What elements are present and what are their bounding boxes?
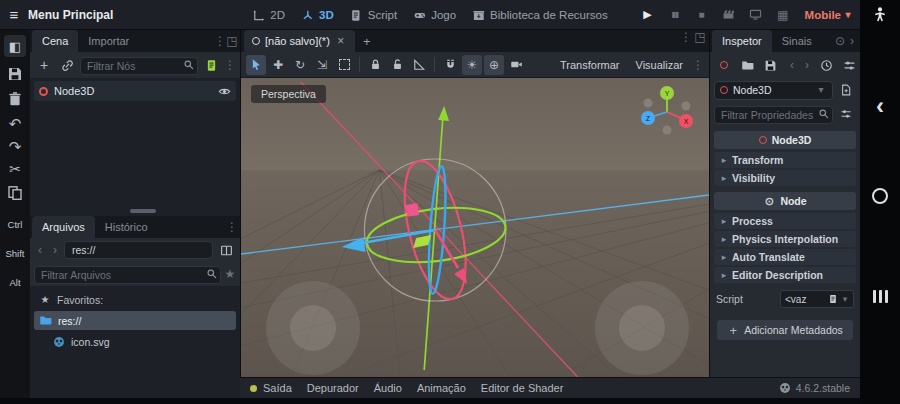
transform-menu[interactable]: Transformar: [553, 59, 627, 71]
tab-import[interactable]: Importar: [78, 30, 139, 52]
current-path-display[interactable]: res://: [64, 241, 213, 259]
movie-mode-button[interactable]: [719, 5, 739, 25]
undo-icon[interactable]: ↶: [9, 116, 22, 130]
ctrl-key-button[interactable]: Ctrl: [8, 219, 23, 230]
section-physics-interpolation[interactable]: ▸ Physics Interpolation: [714, 231, 856, 247]
axis-ball-negative[interactable]: [644, 99, 653, 108]
section-visibility[interactable]: ▸ Visibility: [714, 170, 856, 186]
dock-menu-icon[interactable]: ⋮: [214, 34, 226, 48]
tab-node-icon[interactable]: ⊙: [834, 34, 846, 48]
favorites-filter-icon[interactable]: ★: [224, 267, 236, 281]
scene-tab-unsaved[interactable]: [não salvo](*) ×: [244, 30, 355, 52]
scene-tree-node3d-row[interactable]: Node3D: [34, 81, 236, 101]
favorites-header[interactable]: ★ Favoritos:: [34, 290, 236, 309]
open-docs-button[interactable]: [836, 80, 856, 100]
save-resource-button[interactable]: [760, 55, 780, 75]
dock-float-icon[interactable]: ◳: [226, 34, 238, 48]
copy-icon[interactable]: [7, 185, 23, 201]
tab-scene[interactable]: Cena: [32, 30, 78, 52]
section-process[interactable]: ▸ Process: [714, 213, 856, 229]
trash-icon[interactable]: [7, 91, 23, 107]
panel-audio-button[interactable]: Áudio: [374, 382, 402, 394]
shift-key-button[interactable]: Shift: [5, 248, 24, 259]
filesystem-menu-icon[interactable]: ⋮: [226, 220, 238, 234]
right-joystick[interactable]: [595, 281, 689, 375]
tab-files[interactable]: Arquivos: [32, 216, 95, 238]
scene-tabs-menu-icon[interactable]: ⋮: [680, 30, 692, 44]
pause-button[interactable]: ▮▮: [665, 5, 685, 25]
property-filter-input[interactable]: [714, 106, 833, 124]
path-forward-icon[interactable]: ›: [49, 243, 61, 257]
node-selector-dropdown[interactable]: Node3D ▾: [714, 81, 833, 100]
new-resource-button[interactable]: [714, 55, 734, 75]
distraction-free-icon[interactable]: ◳: [694, 30, 706, 44]
workspace-script-button[interactable]: Script: [350, 9, 397, 22]
cut-icon[interactable]: ✂: [9, 162, 21, 176]
panel-output-button[interactable]: Saída: [263, 382, 292, 394]
category-node3d[interactable]: Node3D: [714, 131, 856, 149]
path-back-icon[interactable]: ‹: [34, 243, 46, 257]
attach-script-button[interactable]: [201, 55, 221, 75]
section-transform[interactable]: ▸ Transform: [714, 152, 856, 168]
sun-preview-button[interactable]: ☀: [462, 55, 482, 75]
tab-scroll-right-icon[interactable]: ›: [846, 34, 858, 48]
environment-preview-button[interactable]: ⊕: [484, 55, 504, 75]
tab-history[interactable]: Histórico: [95, 216, 158, 238]
lock-button[interactable]: [365, 55, 385, 75]
version-label[interactable]: 4.6.2.stable: [796, 382, 850, 394]
move-mode-button[interactable]: ✚: [268, 55, 288, 75]
tab-inspector[interactable]: Inspetor: [712, 30, 772, 52]
add-node-button[interactable]: +: [34, 55, 54, 75]
main-menu-button[interactable]: Menu Principal: [28, 8, 113, 22]
android-home-button[interactable]: [872, 188, 888, 204]
split-view-icon[interactable]: [216, 240, 236, 260]
new-scene-tab-button[interactable]: +: [361, 34, 373, 48]
android-recents-button[interactable]: [873, 290, 888, 303]
panel-animation-button[interactable]: Animação: [417, 382, 466, 394]
ruler-mode-button[interactable]: [409, 55, 429, 75]
visibility-eye-icon[interactable]: [218, 85, 231, 98]
history-back-icon[interactable]: ‹: [786, 58, 798, 72]
workspace-game-button[interactable]: Jogo: [413, 9, 456, 22]
filesystem-item-res[interactable]: res://: [34, 311, 236, 330]
viewport-3d[interactable]: Perspectiva Y X Z: [241, 78, 709, 377]
view-axis-gizmo[interactable]: Y X Z: [633, 84, 697, 140]
joystick-thumb[interactable]: [290, 305, 336, 351]
filesystem-item-icon-svg[interactable]: icon.svg: [48, 332, 236, 351]
scale-mode-button[interactable]: ⇲: [312, 55, 332, 75]
filesystem-filter-input[interactable]: [34, 266, 221, 284]
history-button[interactable]: [816, 55, 836, 75]
camera-preview-button[interactable]: [506, 55, 526, 75]
workspace-2d-button[interactable]: 2D: [252, 9, 285, 22]
axis-ball-negative[interactable]: [682, 102, 691, 111]
view-menu[interactable]: Visualizar: [629, 59, 691, 71]
hamburger-menu-icon[interactable]: ≡: [8, 8, 20, 22]
screenshot-button[interactable]: ▦: [773, 5, 793, 25]
script-value-dropdown[interactable]: <vaz ▾: [780, 290, 854, 308]
remote-debug-button[interactable]: [746, 5, 766, 25]
redo-icon[interactable]: ↷: [9, 139, 22, 153]
workspace-3d-button[interactable]: 3D: [301, 9, 334, 22]
add-metadata-button[interactable]: + Adicionar Metadados: [717, 320, 853, 340]
stop-button[interactable]: ■: [692, 5, 712, 25]
history-forward-icon[interactable]: ›: [801, 58, 813, 72]
scene-filter-input[interactable]: [80, 57, 198, 75]
play-button[interactable]: ▶: [638, 5, 658, 25]
panel-shader-editor-button[interactable]: Editor de Shader: [481, 382, 564, 394]
left-joystick[interactable]: [266, 281, 360, 375]
rect-select-button[interactable]: [334, 55, 354, 75]
load-resource-button[interactable]: [737, 55, 757, 75]
horizontal-scrollbar[interactable]: [130, 209, 156, 213]
instance-scene-button[interactable]: [57, 55, 77, 75]
joystick-thumb[interactable]: [619, 305, 665, 351]
snap-button[interactable]: [440, 55, 460, 75]
panel-debugger-button[interactable]: Depurador: [307, 382, 359, 394]
category-node[interactable]: ⊙ Node: [714, 192, 856, 210]
alt-key-button[interactable]: Alt: [9, 277, 20, 288]
section-auto-translate[interactable]: ▸ Auto Translate: [714, 249, 856, 265]
viewport-menu-icon[interactable]: ⋮: [692, 58, 704, 72]
rotate-mode-button[interactable]: ↻: [290, 55, 310, 75]
section-editor-description[interactable]: ▸ Editor Description: [714, 267, 856, 283]
unlock-button[interactable]: [387, 55, 407, 75]
android-back-button[interactable]: ‹: [876, 94, 884, 118]
